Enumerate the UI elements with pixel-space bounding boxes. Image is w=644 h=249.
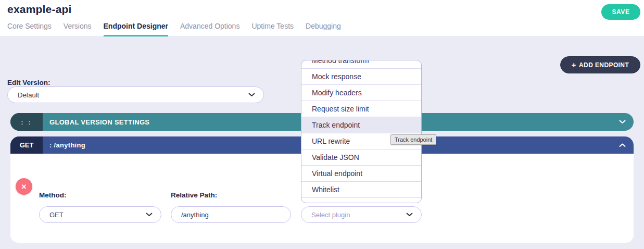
add-endpoint-button[interactable]: + ADD ENDPOINT (560, 56, 640, 73)
method-label: Method: (39, 191, 66, 199)
plugin-select-placeholder: Select plugin (311, 211, 406, 219)
api-designer-page: example-api SAVE Core Settings Versions … (0, 0, 644, 249)
edit-version-value: Default (18, 91, 248, 99)
chevron-down-icon (619, 120, 626, 124)
menu-item-go-plugin[interactable]: Go Plugin (301, 198, 421, 203)
menu-item-whitelist[interactable]: Whitelist (301, 182, 421, 198)
menu-item-modify-headers[interactable]: Modify headers (301, 85, 421, 101)
menu-item-virtual-endpoint[interactable]: Virtual endpoint (301, 166, 421, 182)
chevron-down-icon (248, 93, 255, 97)
tab-endpoint-designer[interactable]: Endpoint Designer (104, 22, 168, 36)
chevron-down-icon (406, 213, 413, 217)
method-value: GET (49, 211, 146, 219)
add-endpoint-label: ADD ENDPOINT (579, 61, 629, 69)
plugin-dropdown-menu: Method transform Mock response Modify he… (301, 60, 422, 203)
menu-item-track-endpoint[interactable]: Track endpoint (301, 117, 421, 133)
chevron-down-icon (146, 213, 153, 217)
relative-path-field (171, 206, 291, 223)
endpoint-method-badge: GET (10, 136, 43, 154)
plugin-dropdown-list: Method transform Mock response Modify he… (301, 60, 421, 203)
endpoint-bar-collapse[interactable] (611, 136, 634, 154)
drag-handle[interactable]: : : (10, 113, 43, 131)
tab-uptime-tests[interactable]: Uptime Tests (251, 22, 294, 36)
tab-debugging[interactable]: Debugging (306, 22, 341, 36)
global-bar-expand[interactable] (611, 113, 634, 131)
tab-bar: Core Settings Versions Endpoint Designer… (7, 21, 341, 36)
method-select[interactable]: GET (39, 206, 161, 223)
edit-version-label: Edit Version: (7, 79, 50, 86)
delete-endpoint-button[interactable]: ✕ (16, 178, 32, 195)
save-button[interactable]: SAVE (601, 4, 640, 20)
tab-core-settings[interactable]: Core Settings (7, 22, 52, 36)
plus-icon: + (572, 61, 576, 69)
menu-item-request-size-limit[interactable]: Request size limit (301, 101, 421, 117)
relative-path-input[interactable] (181, 211, 282, 219)
chevron-up-icon (619, 143, 626, 147)
plugin-select[interactable]: Select plugin (301, 206, 422, 223)
menu-item-method-transform[interactable]: Method transform (301, 60, 421, 69)
menu-item-validate-json[interactable]: Validate JSON (301, 150, 421, 166)
relative-path-label: Relative Path: (171, 191, 217, 199)
close-icon: ✕ (21, 183, 27, 191)
drag-handle-icon: : : (21, 118, 32, 126)
tooltip: Track endpoint (390, 134, 436, 145)
menu-item-mock-response[interactable]: Mock response (301, 69, 421, 85)
page-title: example-api (7, 3, 72, 16)
tab-versions[interactable]: Versions (64, 22, 92, 36)
edit-version-select[interactable]: Default (7, 86, 264, 103)
tab-advanced-options[interactable]: Advanced Options (180, 22, 239, 36)
